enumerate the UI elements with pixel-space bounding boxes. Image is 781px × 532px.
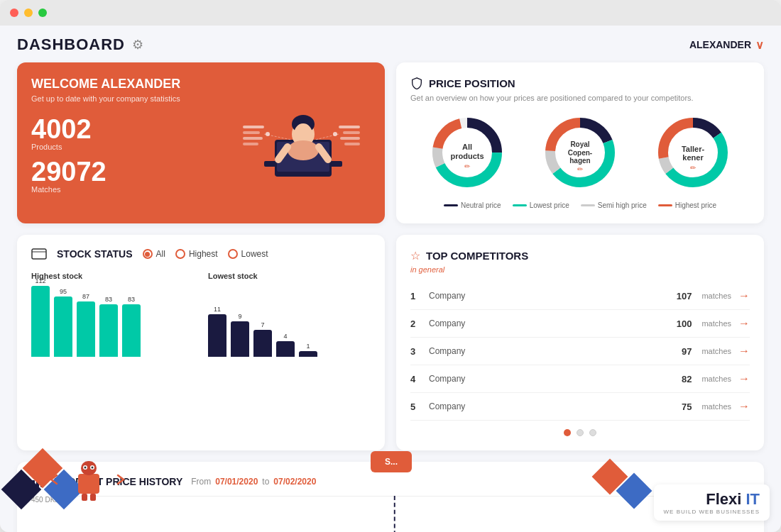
filter-lowest[interactable]: Lowest bbox=[228, 249, 268, 259]
comp-arrow-3[interactable]: → bbox=[738, 345, 750, 358]
svg-line-21 bbox=[264, 134, 291, 140]
svg-text:Royal: Royal bbox=[570, 140, 589, 148]
flexi-it-badge: Flexi IT WE BUILD WEB BUSINESSES bbox=[654, 484, 770, 521]
low-bar-2 bbox=[253, 330, 272, 357]
username-label: ALEXANDER bbox=[689, 39, 751, 50]
comp-row-5: 5 Company 75 matches → bbox=[410, 393, 750, 421]
legend-lowest: Lowest price bbox=[513, 201, 569, 209]
user-menu[interactable]: ALEXANDER ∨ bbox=[689, 38, 764, 52]
app-window: DASHBOARD ⚙ ALEXANDER ∨ WELCOME ALEXANDE… bbox=[0, 0, 781, 532]
bar-col-1: 95 bbox=[54, 288, 72, 357]
svg-text:Taller-: Taller- bbox=[682, 145, 705, 153]
header: DASHBOARD ⚙ ALEXANDER ∨ bbox=[17, 26, 764, 62]
svg-text:All: All bbox=[462, 143, 472, 151]
stock-status-card: STOCK STATUS All Highest Lowest bbox=[17, 235, 385, 450]
page-dot-1[interactable] bbox=[564, 429, 571, 436]
page-title: DASHBOARD bbox=[17, 35, 125, 54]
comp-arrow-4[interactable]: → bbox=[738, 372, 750, 385]
price-position-title: PRICE POSITION bbox=[429, 77, 515, 89]
titlebar bbox=[0, 0, 781, 26]
welcome-card: WELCOME ALEXANDER Get up to date with yo… bbox=[17, 62, 385, 223]
filter-highest[interactable]: Highest bbox=[175, 249, 218, 259]
svg-rect-11 bbox=[340, 137, 360, 140]
comp-arrow-2[interactable]: → bbox=[738, 317, 750, 330]
low-bar-3 bbox=[276, 341, 295, 357]
comp-arrow-1[interactable]: → bbox=[738, 289, 750, 302]
svg-text:hagen: hagen bbox=[569, 157, 590, 165]
legend-semi: Semi high price bbox=[581, 201, 647, 209]
lowest-stock-label: Lowest stock bbox=[208, 272, 371, 280]
flexi-tagline: WE BUILD WEB BUSINESSES bbox=[664, 509, 760, 515]
donut-chart-royal: Royal Copen- hagen ✏ bbox=[541, 113, 619, 192]
low-bar-4 bbox=[299, 351, 317, 357]
highest-stock-chart: 112 95 87 8 bbox=[31, 286, 194, 357]
svg-text:✏: ✏ bbox=[690, 164, 697, 172]
svg-point-8 bbox=[266, 132, 270, 136]
maximize-button[interactable] bbox=[38, 9, 47, 17]
page-dot-2[interactable] bbox=[577, 429, 584, 436]
radio-all[interactable] bbox=[143, 249, 153, 259]
competitors-header: ☆ TOP COMPETITORS bbox=[410, 249, 750, 262]
highest-stock-section: Highest stock 112 95 87 bbox=[31, 272, 194, 357]
search-button[interactable]: S... bbox=[371, 451, 412, 472]
svg-rect-5 bbox=[243, 131, 260, 134]
svg-text:✏: ✏ bbox=[577, 165, 584, 173]
price-position-subtitle: Get an overview on how your prices are p… bbox=[410, 94, 750, 102]
bottom-right-decos: Flexi IT WE BUILD WEB BUSINESSES bbox=[590, 464, 770, 521]
stock-filter-group: All Highest Lowest bbox=[143, 249, 268, 259]
svg-rect-4 bbox=[243, 126, 264, 128]
minimize-button[interactable] bbox=[24, 9, 33, 17]
robot-character bbox=[71, 454, 106, 506]
left-chevron-icon[interactable] bbox=[47, 472, 61, 487]
donut-chart-all: All products ✏ bbox=[428, 113, 506, 192]
svg-text:products: products bbox=[450, 152, 484, 160]
svg-rect-6 bbox=[243, 137, 263, 140]
low-bar-col-4: 1 bbox=[299, 343, 317, 357]
right-chevron-icon[interactable] bbox=[114, 472, 128, 487]
lowest-stock-section: Lowest stock 11 9 7 bbox=[208, 272, 371, 357]
shield-icon bbox=[410, 77, 423, 89]
donut-royal-copenhagen: Royal Copen- hagen ✏ bbox=[541, 113, 619, 192]
low-bar-col-3: 4 bbox=[276, 333, 295, 357]
svg-rect-66 bbox=[90, 494, 96, 501]
svg-text:✏: ✏ bbox=[464, 162, 471, 170]
legend-highest: Highest price bbox=[658, 201, 716, 209]
date-range: From 07/01/2020 to 07/02/2020 bbox=[191, 477, 316, 487]
radio-lowest[interactable] bbox=[228, 249, 238, 259]
pagination bbox=[410, 429, 750, 436]
low-bar-1 bbox=[231, 321, 249, 357]
svg-rect-59 bbox=[78, 474, 99, 494]
bar-2 bbox=[77, 301, 95, 357]
radio-highest[interactable] bbox=[175, 249, 185, 259]
gear-icon[interactable]: ⚙ bbox=[132, 37, 143, 52]
page-dot-3[interactable] bbox=[589, 429, 596, 436]
stock-title: STOCK STATUS bbox=[57, 248, 133, 260]
stock-charts-row: Highest stock 112 95 87 bbox=[31, 272, 371, 357]
svg-rect-48 bbox=[32, 249, 46, 259]
filter-all[interactable]: All bbox=[143, 249, 165, 259]
svg-rect-65 bbox=[82, 494, 87, 501]
comp-row-1: 1 Company 107 matches → bbox=[410, 282, 750, 310]
low-bar-col-0: 11 bbox=[208, 306, 226, 357]
right-arrow[interactable] bbox=[114, 472, 128, 489]
flexi-it-text: IT bbox=[746, 490, 760, 508]
svg-rect-7 bbox=[243, 143, 258, 145]
svg-line-22 bbox=[315, 134, 339, 140]
bar-col-0: 112 bbox=[31, 277, 50, 357]
chevron-down-icon: ∨ bbox=[755, 38, 764, 52]
deco-right-shapes bbox=[590, 464, 647, 521]
close-button[interactable] bbox=[10, 9, 18, 17]
comp-arrow-5[interactable]: → bbox=[738, 400, 750, 413]
star-icon: ☆ bbox=[410, 249, 420, 262]
comp-row-4: 4 Company 82 matches → bbox=[410, 365, 750, 393]
bar-col-3: 83 bbox=[99, 296, 118, 357]
illustration bbox=[229, 83, 371, 204]
svg-point-64 bbox=[92, 467, 94, 469]
header-left: DASHBOARD ⚙ bbox=[17, 35, 143, 54]
stock-header: STOCK STATUS All Highest Lowest bbox=[31, 248, 371, 260]
left-arrow[interactable] bbox=[47, 472, 61, 489]
robot-svg bbox=[71, 454, 106, 504]
bar-3 bbox=[99, 304, 118, 357]
comp-row-2: 2 Company 100 matches → bbox=[410, 310, 750, 338]
bar-1 bbox=[54, 297, 72, 357]
